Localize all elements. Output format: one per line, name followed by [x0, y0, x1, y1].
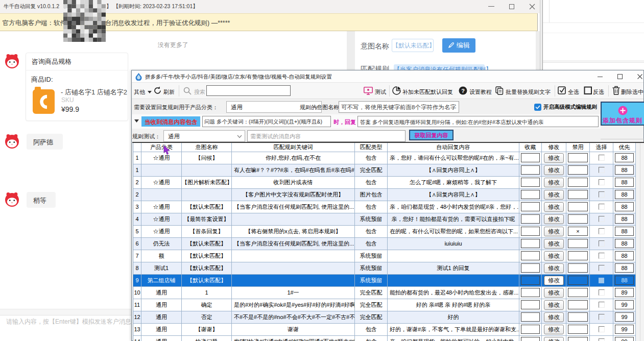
svg-text:?: ? [461, 88, 465, 94]
